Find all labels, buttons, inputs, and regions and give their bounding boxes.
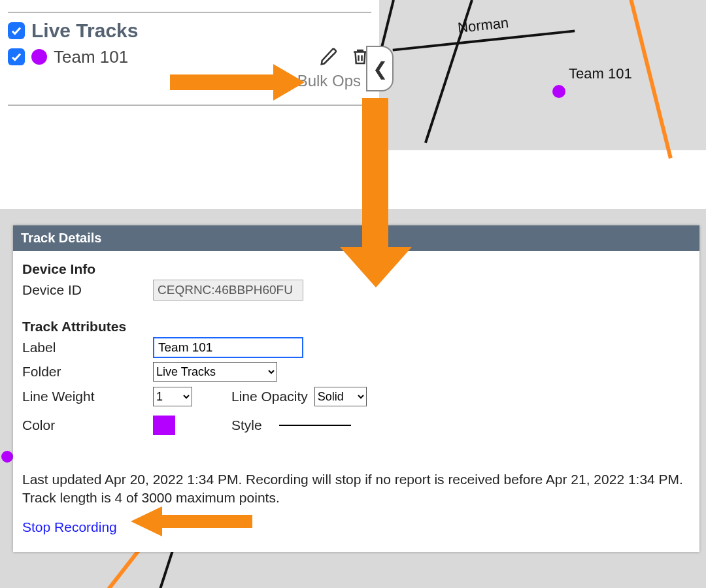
label-label: Label [22,340,153,355]
section-checkbox[interactable] [8,22,25,39]
panel-title: Track Details [13,225,699,251]
section-title: Live Tracks [31,20,138,42]
line-opacity-label: Line Opacity [231,389,308,404]
map-marker-dot-2[interactable] [1,451,13,463]
layers-sidebar: Live Tracks Team 101 Bulk Ops [0,0,379,150]
map-marker-dot[interactable] [552,85,565,98]
item-label: Team 101 [54,47,128,67]
stop-recording-link[interactable]: Stop Recording [22,519,117,535]
device-id-field [153,280,303,301]
folder-label: Folder [22,364,153,380]
track-attributes-heading: Track Attributes [22,319,690,335]
map-marker-label: Team 101 [569,65,632,82]
chevron-left-icon: ❮ [373,58,388,80]
device-id-label: Device ID [22,282,153,298]
line-opacity-select[interactable]: Solid [314,387,367,406]
style-label: Style [231,417,262,433]
item-checkbox[interactable] [8,48,25,65]
line-weight-select[interactable]: 1 [153,387,192,406]
bulk-ops-link[interactable]: Bulk Ops [8,72,371,90]
track-details-panel: Track Details Device Info Device ID Trac… [13,225,699,552]
style-preview[interactable] [279,425,351,426]
collapse-sidebar-button[interactable]: ❮ [366,46,394,91]
color-swatch[interactable] [153,416,175,435]
status-text: Last updated Apr 20, 2022 1:34 PM. Recor… [22,470,690,508]
color-label: Color [22,417,153,433]
edit-icon[interactable] [318,46,340,68]
folder-select[interactable]: Live Tracks [153,362,277,382]
label-field[interactable] [153,337,303,358]
device-info-heading: Device Info [22,261,690,277]
item-color-dot [31,49,47,65]
line-weight-label: Line Weight [22,389,153,404]
